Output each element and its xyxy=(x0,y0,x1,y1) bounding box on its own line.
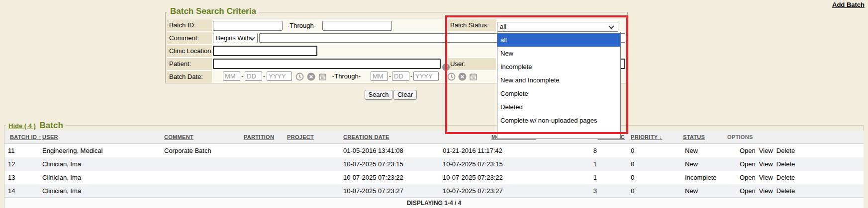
open-link[interactable]: Open xyxy=(740,174,756,181)
cell-batch-id: 12 xyxy=(8,157,15,171)
cell-modified-date: 10-07-2025 07:23:22 xyxy=(443,171,503,184)
batch-status-label: Batch Status: xyxy=(448,19,496,31)
cell-doc-count: 8 xyxy=(542,144,597,157)
cell-priority: 0 xyxy=(631,157,634,171)
cell-status: New xyxy=(685,157,698,171)
view-link[interactable]: View xyxy=(759,147,773,154)
cell-comment: Corporate Batch xyxy=(164,144,211,157)
batch-search-legend: Batch Search Criteria xyxy=(167,6,259,16)
batch-status-select[interactable]: all xyxy=(497,22,618,32)
table-row: 12 Clinician, Ima 10-07-2025 07:23:15 10… xyxy=(4,157,864,171)
batch-status-selected-value: all xyxy=(500,22,506,31)
delete-link[interactable]: Delete xyxy=(776,147,795,154)
view-link[interactable]: View xyxy=(759,187,773,195)
cell-batch-id: 11 xyxy=(8,144,15,157)
batch-id-label-cell: Batch ID: xyxy=(167,19,212,31)
clinic-location-label: Clinic Location: xyxy=(167,45,212,57)
batch-date-from-dd-input[interactable] xyxy=(245,71,262,81)
open-link[interactable]: Open xyxy=(740,147,756,154)
date-separator: - xyxy=(241,71,243,81)
add-batch-link[interactable]: Add Batch xyxy=(832,1,865,8)
batch-id-from-input[interactable] xyxy=(213,21,283,31)
col-creation-date[interactable]: CREATION DATE xyxy=(343,134,389,140)
clinic-location-input[interactable] xyxy=(213,46,317,56)
chevron-down-icon xyxy=(608,23,614,29)
cell-creation-date: 10-07-2025 07:23:27 xyxy=(343,184,403,198)
clear-date-icon[interactable] xyxy=(458,72,467,81)
col-options: OPTIONS xyxy=(727,131,753,144)
cell-user: Engineering, Medical xyxy=(42,144,102,157)
patient-input[interactable] xyxy=(213,59,441,69)
table-row: 14 Clinician, Ima 10-07-2025 07:23:27 10… xyxy=(4,184,864,198)
delete-link[interactable]: Delete xyxy=(776,187,795,195)
table-row: 13 Clinician, Ima 10-07-2025 07:23:22 10… xyxy=(4,171,864,184)
col-project[interactable]: PROJECT xyxy=(287,134,314,140)
batch-date-to-mm-input[interactable] xyxy=(371,71,388,81)
cell-user: Clinician, Ima xyxy=(42,184,81,198)
calendar-icon[interactable] xyxy=(469,72,478,81)
col-status[interactable]: STATUS xyxy=(683,134,705,140)
open-link[interactable]: Open xyxy=(740,160,756,168)
batch-date-through-text: -Through- xyxy=(332,71,361,81)
batch-status-option[interactable]: Complete w/ non-uploaded pages xyxy=(497,114,620,127)
cell-creation-date: 10-07-2025 07:23:15 xyxy=(343,157,403,171)
batch-status-option[interactable]: New and Incomplete xyxy=(497,73,620,87)
batch-date-from-yyyy-input[interactable] xyxy=(267,71,292,81)
cell-doc-count: 1 xyxy=(542,171,597,184)
col-priority[interactable]: PRIORITY ↓ xyxy=(631,134,662,140)
cell-batch-id: 14 xyxy=(8,184,15,198)
patient-help-icon[interactable]: ? xyxy=(442,64,450,71)
sort-desc-icon: ↓ xyxy=(660,134,663,140)
cell-user: Clinician, Ima xyxy=(42,171,81,184)
cell-modified-date: 10-07-2025 07:23:27 xyxy=(443,184,503,198)
col-label: PRIORITY xyxy=(631,134,658,140)
cell-doc-count: 3 xyxy=(542,184,597,198)
user-label: User: xyxy=(448,58,496,70)
clear-date-icon[interactable] xyxy=(307,72,315,81)
batch-date-to-dd-input[interactable] xyxy=(392,71,409,81)
batch-date-to-yyyy-input[interactable] xyxy=(413,71,439,81)
batch-date-label: Batch Date: xyxy=(167,71,212,83)
patient-label-cell: Patient: xyxy=(167,58,212,70)
batch-status-option[interactable]: New xyxy=(497,47,620,60)
delete-link[interactable]: Delete xyxy=(776,160,795,168)
view-link[interactable]: View xyxy=(759,174,773,181)
table-header-row: BATCH ID ↑ USER COMMENT PARTITION PROJEC… xyxy=(4,131,864,144)
batch-table-legend: Hide ( 4 ) Batch xyxy=(6,121,66,131)
batch-search-page: Add Batch Batch Search Criteria Batch ID… xyxy=(0,0,868,208)
batch-status-option[interactable]: Complete xyxy=(497,87,620,100)
delete-link[interactable]: Delete xyxy=(776,174,795,181)
batch-status-option[interactable]: Incomplete xyxy=(497,60,620,73)
batch-id-to-input[interactable] xyxy=(322,21,392,31)
user-label-cell: User: xyxy=(448,58,496,70)
date-separator: - xyxy=(263,71,265,81)
cell-options: OpenViewDelete xyxy=(740,184,798,198)
time-picker-icon[interactable] xyxy=(447,72,456,81)
view-link[interactable]: View xyxy=(759,160,773,168)
batch-status-option[interactable]: Deleted xyxy=(497,100,620,114)
comment-match-select[interactable]: Begins With xyxy=(213,33,258,43)
time-picker-icon[interactable] xyxy=(295,72,304,81)
col-user[interactable]: USER xyxy=(42,134,58,140)
cell-priority: 0 xyxy=(631,144,634,157)
cell-options: OpenViewDelete xyxy=(740,157,798,171)
cell-modified-date: 01-21-2016 11:17:42 xyxy=(443,144,502,157)
batch-id-label: Batch ID: xyxy=(167,19,212,31)
cell-priority: 0 xyxy=(631,171,634,184)
cell-batch-id: 13 xyxy=(8,171,15,184)
cell-priority: 0 xyxy=(631,184,634,198)
open-link[interactable]: Open xyxy=(740,187,756,195)
batch-date-from-mm-input[interactable] xyxy=(223,71,240,81)
hide-table-link[interactable]: Hide ( 4 ) xyxy=(8,122,36,130)
cell-options: OpenViewDelete xyxy=(740,171,798,184)
col-comment[interactable]: COMMENT xyxy=(164,134,193,140)
batch-status-option[interactable]: all xyxy=(497,33,620,47)
comment-match-value: Begins With xyxy=(216,33,250,43)
cell-status: New xyxy=(685,144,698,157)
table-paging-footer: DISPLAYING 1-4 / 4 xyxy=(4,198,864,208)
calendar-icon[interactable] xyxy=(318,72,327,81)
col-partition[interactable]: PARTITION xyxy=(244,134,274,140)
clear-button[interactable]: Clear xyxy=(393,90,417,100)
col-batch-id[interactable]: BATCH ID ↑ xyxy=(10,134,41,140)
search-button[interactable]: Search xyxy=(365,90,392,100)
